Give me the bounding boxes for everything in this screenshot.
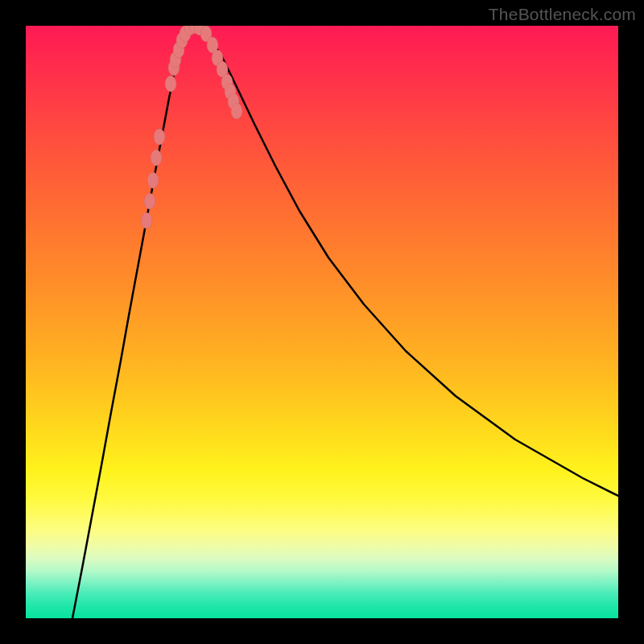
curve-marker — [151, 150, 162, 166]
chart-frame: TheBottleneck.com — [0, 0, 644, 644]
watermark-text: TheBottleneck.com — [489, 5, 636, 24]
curve-marker — [141, 213, 152, 229]
curve-markers — [141, 26, 242, 229]
curve-marker — [231, 103, 242, 119]
curve-marker — [147, 172, 159, 188]
curve-marker — [165, 76, 176, 92]
curve-marker — [144, 193, 155, 209]
curve-svg — [26, 26, 618, 618]
curve-marker — [154, 129, 165, 145]
plot-area — [26, 26, 618, 618]
bottleneck-curve — [72, 27, 618, 618]
